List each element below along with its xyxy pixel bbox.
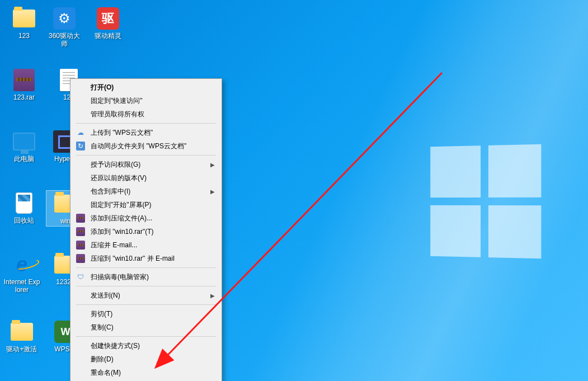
context-menu: 打开(O)固定到"快速访问"管理员取得所有权☁上传到 "WPS云文档"↻自动同步… bbox=[70, 78, 222, 381]
desktop-icon-123-rar[interactable]: 123.rar bbox=[4, 67, 44, 102]
menu-item-label: 自动同步文件夹到 "WPS云文档" bbox=[91, 142, 186, 151]
folder-icon bbox=[10, 320, 34, 344]
menu-separator bbox=[76, 155, 216, 156]
menu-item[interactable]: 授予访问权限(G)▶ bbox=[72, 158, 220, 171]
rar-icon bbox=[76, 227, 85, 236]
desktop-icon-driver-genius[interactable]: 驱驱动精灵 bbox=[88, 6, 128, 41]
menu-item[interactable]: 管理员取得所有权 bbox=[72, 107, 220, 121]
menu-item-label: 还原以前的版本(V) bbox=[91, 173, 147, 183]
menu-separator bbox=[76, 336, 216, 337]
menu-item-label: 剪切(T) bbox=[91, 309, 112, 319]
menu-item[interactable]: 固定到"开始"屏幕(P) bbox=[72, 198, 220, 211]
rar-icon bbox=[76, 241, 85, 250]
shield-icon: 🛡 bbox=[76, 272, 85, 281]
menu-item[interactable]: 创建快捷方式(S) bbox=[72, 339, 220, 352]
icon-label: 123 bbox=[18, 32, 30, 40]
menu-item[interactable]: 复制(C) bbox=[72, 321, 220, 334]
menu-item-label: 创建快捷方式(S) bbox=[91, 341, 140, 351]
icon-label: 123.rar bbox=[13, 93, 35, 101]
menu-item-label: 添加到压缩文件(A)... bbox=[91, 214, 152, 223]
menu-item[interactable]: ☁上传到 "WPS云文档" bbox=[72, 126, 220, 139]
menu-item-label: 管理员取得所有权 bbox=[91, 110, 144, 119]
menu-item[interactable]: 固定到"快速访问" bbox=[72, 94, 220, 107]
chevron-right-icon: ▶ bbox=[210, 189, 215, 195]
icon-label: 驱动精灵 bbox=[95, 32, 121, 40]
sync-icon: ↻ bbox=[76, 142, 85, 150]
menu-item-label: 删除(D) bbox=[91, 355, 114, 364]
desktop-icon-360-driver[interactable]: ⚙360驱动大师 bbox=[45, 6, 84, 49]
folder-pic-icon bbox=[12, 7, 36, 30]
menu-separator bbox=[76, 267, 216, 268]
menu-item[interactable]: 剪切(T) bbox=[72, 307, 220, 321]
bin-icon bbox=[12, 191, 36, 215]
menu-item[interactable]: 打开(O) bbox=[72, 81, 220, 94]
menu-item-label: 扫描病毒(电脑管家) bbox=[91, 272, 149, 282]
icon-label: 此电脑 bbox=[14, 155, 34, 163]
menu-item-label: 添加到 "win10.rar"(T) bbox=[91, 227, 154, 237]
desktop-icon-folder-123[interactable]: 123 bbox=[4, 6, 44, 41]
menu-item-label: 发送到(N) bbox=[91, 291, 120, 300]
menu-item-label: 打开(O) bbox=[91, 83, 114, 92]
cloud-icon: ☁ bbox=[76, 128, 85, 137]
menu-item-label: 授予访问权限(G) bbox=[91, 160, 140, 170]
menu-item[interactable]: 删除(D) bbox=[72, 352, 220, 366]
menu-item-label: 压缩并 E-mail... bbox=[91, 241, 137, 250]
menu-item[interactable]: 压缩到 "win10.rar" 并 E-mail bbox=[72, 252, 220, 265]
menu-item-label: 固定到"快速访问" bbox=[91, 96, 143, 106]
menu-item-label: 固定到"开始"屏幕(P) bbox=[91, 200, 152, 210]
pc-icon bbox=[12, 130, 36, 153]
icon-label: Internet Explorer bbox=[3, 278, 40, 294]
menu-separator bbox=[76, 304, 216, 305]
menu-item[interactable]: 还原以前的版本(V) bbox=[72, 171, 220, 185]
app-blue-icon: ⚙ bbox=[53, 7, 76, 30]
chevron-right-icon: ▶ bbox=[210, 293, 215, 299]
icon-label: win bbox=[60, 217, 70, 225]
rar-icon bbox=[76, 254, 85, 263]
desktop-icon-ie[interactable]: eInternet Explorer bbox=[2, 252, 41, 295]
rar-icon bbox=[76, 214, 85, 223]
menu-item[interactable]: 添加到压缩文件(A)... bbox=[72, 211, 220, 225]
icon-label: 回收站 bbox=[14, 217, 34, 224]
desktop-icon-recycle-bin[interactable]: 回收站 bbox=[4, 190, 44, 225]
menu-item-label: 重命名(M) bbox=[91, 368, 121, 378]
menu-item[interactable]: 🛡扫描病毒(电脑管家) bbox=[72, 270, 220, 284]
ie-icon: e bbox=[10, 253, 34, 276]
menu-item-label: 包含到库中(I) bbox=[91, 187, 130, 196]
menu-item-label: 上传到 "WPS云文档" bbox=[91, 128, 153, 138]
desktop-icon-this-pc[interactable]: 此电脑 bbox=[4, 129, 44, 164]
menu-separator bbox=[76, 286, 216, 286]
menu-item[interactable]: 发送到(N)▶ bbox=[72, 289, 220, 302]
icon-label: 360驱动大师 bbox=[46, 32, 83, 48]
menu-item[interactable]: 添加到 "win10.rar"(T) bbox=[72, 225, 220, 238]
menu-separator bbox=[76, 123, 216, 124]
menu-item[interactable]: ↻自动同步文件夹到 "WPS云文档" bbox=[72, 139, 220, 153]
chevron-right-icon: ▶ bbox=[210, 162, 215, 168]
menu-item-label: 复制(C) bbox=[91, 323, 114, 332]
rar-icon bbox=[12, 68, 36, 92]
menu-item[interactable]: 包含到库中(I)▶ bbox=[72, 185, 220, 198]
icon-label: 驱动+激活 bbox=[6, 345, 37, 353]
menu-item[interactable]: 压缩并 E-mail... bbox=[72, 238, 220, 252]
desktop-icon-driver-activate[interactable]: 驱动+激活 bbox=[2, 319, 41, 354]
menu-item[interactable]: 重命名(M) bbox=[72, 366, 220, 379]
app-red-icon: 驱 bbox=[96, 7, 120, 30]
menu-item-label: 压缩到 "win10.rar" 并 E-mail bbox=[91, 254, 175, 264]
